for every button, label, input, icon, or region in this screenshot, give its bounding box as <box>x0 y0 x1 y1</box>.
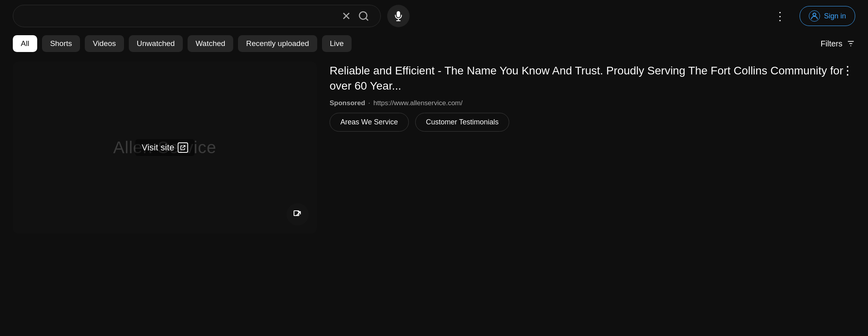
more-options-icon: ⋮ <box>842 64 854 77</box>
external-link-icon <box>293 210 302 219</box>
search-clear-button[interactable]: ✕ <box>338 10 355 23</box>
filter-chip-videos[interactable]: Videos <box>85 35 124 52</box>
filter-chip-shorts[interactable]: Shorts <box>42 35 80 52</box>
ad-meta: Sponsored · https://www.allenservice.com… <box>330 99 855 107</box>
filters-button[interactable]: Filters <box>821 39 855 48</box>
filter-chip-all[interactable]: All <box>13 35 37 52</box>
areas-we-service-button[interactable]: Areas We Service <box>330 113 409 132</box>
ad-title[interactable]: Reliable and Efficient - The Name You Kn… <box>330 63 855 94</box>
filters-label: Filters <box>821 39 842 48</box>
more-options-icon: ⋮ <box>774 10 786 23</box>
search-submit-button[interactable] <box>355 10 372 22</box>
sign-in-label: Sign in <box>824 12 846 20</box>
external-link-button[interactable] <box>286 203 309 226</box>
filter-chip-unwatched[interactable]: Unwatched <box>129 35 183 52</box>
search-bar: plumber denver ✕ <box>13 5 381 27</box>
header: plumber denver ✕ ⋮ <box>0 0 868 32</box>
filter-chip-recently-uploaded[interactable]: Recently uploaded <box>238 35 317 52</box>
ad-more-button[interactable]: ⋮ <box>840 62 855 79</box>
ad-url: https://www.allenservice.com/ <box>374 99 463 107</box>
header-right: ⋮ Sign in <box>771 6 855 26</box>
external-link-small-icon <box>178 142 188 153</box>
ad-actions: Areas We Service Customer Testimonials <box>330 113 855 132</box>
filter-chip-live[interactable]: Live <box>322 35 352 52</box>
mic-button[interactable] <box>387 5 410 27</box>
svg-point-4 <box>813 13 816 16</box>
sign-in-button[interactable]: Sign in <box>800 6 855 26</box>
svg-line-1 <box>366 18 368 20</box>
search-icon <box>358 10 369 22</box>
ad-thumbnail[interactable]: Allen Service Visit site <box>13 62 317 234</box>
main-content: Allen Service Visit site <box>0 55 868 240</box>
more-options-button[interactable]: ⋮ <box>771 6 790 26</box>
ad-card: Allen Service Visit site <box>13 62 855 234</box>
filters-icon <box>846 39 855 48</box>
search-input[interactable]: plumber denver <box>21 11 338 21</box>
filter-chip-watched[interactable]: Watched <box>188 35 233 52</box>
mic-icon <box>393 11 404 21</box>
avatar-icon <box>809 10 820 22</box>
customer-testimonials-button[interactable]: Customer Testimonials <box>415 113 510 132</box>
ad-info: ⋮ Reliable and Efficient - The Name You … <box>330 62 855 234</box>
visit-site-overlay: Visit site <box>135 139 194 156</box>
visit-site-label: Visit site <box>142 142 174 153</box>
filter-row: All Shorts Videos Unwatched Watched Rece… <box>0 32 868 55</box>
close-icon: ✕ <box>342 10 351 23</box>
sponsored-label: Sponsored <box>330 99 365 107</box>
meta-separator: · <box>368 99 370 107</box>
